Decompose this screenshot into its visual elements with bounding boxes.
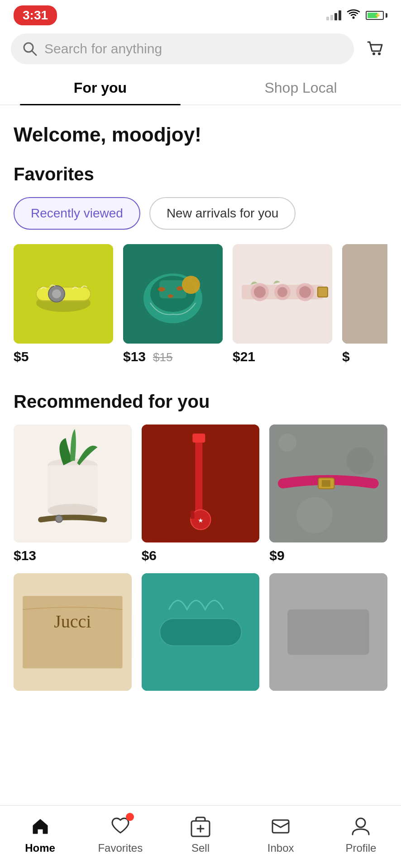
svg-point-25 [299,286,311,298]
favorites-badge [126,813,134,821]
product-image-3 [233,244,332,344]
svg-text:★: ★ [197,517,203,524]
svg-point-21 [254,286,266,298]
nav-inbox-label: Inbox [267,842,294,854]
svg-rect-38 [191,510,194,519]
rec-product-image-1 [14,425,132,542]
svg-rect-44 [322,480,331,487]
rec-product-4[interactable]: Jucci [14,573,132,697]
rec-product-price-1: $13 [14,548,132,563]
tab-for-you[interactable]: For you [0,69,200,104]
rec-product-image-5 [142,573,260,691]
rec-product-price-2: $6 [142,548,260,563]
svg-rect-49 [160,618,241,646]
svg-rect-27 [342,244,387,344]
rec-product-3[interactable]: $9 [269,425,387,563]
rec-product-2[interactable]: ★ $6 [142,425,260,563]
favorites-product-4[interactable]: $ [342,244,387,364]
search-bar-container: Search for anything [0,29,401,69]
recommended-products-grid: $13 ★ $6 [14,425,387,696]
svg-point-32 [55,515,62,523]
product-image-2 [123,244,223,344]
tabs-container: For you Shop Local [0,69,401,105]
signal-icon [326,10,341,20]
tab-shop-local[interactable]: Shop Local [200,69,401,104]
svg-point-41 [347,447,374,474]
svg-point-42 [296,497,333,533]
svg-line-2 [32,51,36,55]
favorites-section-title: Favorites [14,164,387,184]
nav-profile-label: Profile [345,842,376,854]
product-price-1: $5 [14,349,113,364]
status-time: 3:31 [14,5,57,25]
product-price-2: $13 [123,349,146,364]
rec-product-5[interactable] [142,573,260,697]
svg-rect-35 [192,434,205,443]
status-icons: ⚡ [326,9,387,22]
nav-favorites[interactable]: Favorites [80,815,160,854]
inbox-icon [269,815,292,838]
nav-home-label: Home [25,842,55,854]
sell-icon [189,815,212,838]
rec-product-image-4: Jucci [14,573,132,691]
search-placeholder: Search for anything [44,41,162,57]
nav-inbox[interactable]: Inbox [241,815,321,854]
nav-profile[interactable]: Profile [321,815,401,854]
nav-home[interactable]: Home [0,815,80,854]
search-bar[interactable]: Search for anything [11,33,354,64]
battery-icon: ⚡ [366,11,387,20]
favorites-product-3[interactable]: $21 [233,244,332,364]
favorites-product-2[interactable]: $13 $15 [123,244,223,364]
svg-rect-34 [195,434,202,515]
svg-point-23 [277,287,287,297]
svg-point-15 [158,287,165,292]
product-price-4: $ [342,349,387,364]
svg-point-3 [372,52,375,55]
product-original-price-2: $15 [153,350,172,364]
filter-recently-viewed[interactable]: Recently viewed [14,197,140,230]
cart-button[interactable] [361,34,390,63]
home-icon [29,815,52,838]
product-image-4 [342,244,387,344]
svg-point-56 [356,818,365,827]
favorites-products-row: $5 [14,244,387,369]
svg-text:Jucci: Jucci [54,611,91,632]
svg-point-14 [182,276,200,294]
filter-pills: Recently viewed New arrivals for you [14,197,387,230]
heart-icon [109,815,132,838]
status-bar: 3:31 ⚡ [0,0,401,29]
main-content: Welcome, moodjoy! Favorites Recently vie… [0,105,401,696]
svg-point-4 [378,52,381,55]
wifi-icon [347,9,360,22]
bottom-nav: Home Favorites Sell [0,805,401,868]
welcome-heading: Welcome, moodjoy! [14,123,387,146]
svg-rect-51 [287,609,369,655]
svg-point-0 [353,17,355,19]
favorites-product-1[interactable]: $5 [14,244,113,364]
nav-sell[interactable]: Sell [160,815,240,854]
profile-icon [349,815,372,838]
nav-sell-label: Sell [191,842,210,854]
rec-product-image-2: ★ [142,425,260,542]
nav-favorites-label: Favorites [98,842,143,854]
search-icon [22,41,38,57]
product-image-1 [14,244,113,344]
filter-new-arrivals[interactable]: New arrivals for you [149,197,296,230]
svg-point-16 [168,294,173,298]
rec-product-image-6 [269,573,387,691]
svg-point-40 [278,434,296,452]
rec-product-price-3: $9 [269,548,387,563]
svg-point-9 [52,289,61,298]
rec-product-1[interactable]: $13 [14,425,132,563]
rec-product-6[interactable] [269,573,387,697]
recommended-section-title: Recommended for you [14,392,387,412]
product-price-3: $21 [233,349,332,364]
rec-product-image-3 [269,425,387,542]
svg-rect-55 [272,820,289,833]
svg-point-17 [177,286,183,291]
svg-rect-26 [318,287,328,297]
